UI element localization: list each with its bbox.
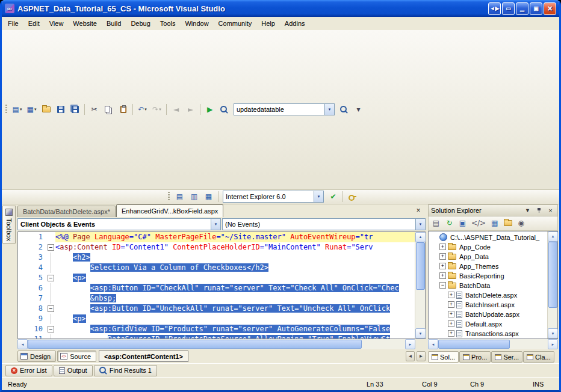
format-block-button[interactable]: ▤ (173, 190, 187, 203)
panel-tab-cla[interactable]: Cla... (523, 351, 554, 363)
tree-item[interactable]: +App_Themes (429, 262, 547, 271)
browse-with-button[interactable] (217, 103, 231, 116)
dock-toggle-button[interactable]: ◄▶ (488, 2, 501, 15)
chevron-down-icon[interactable]: ▼ (314, 191, 323, 202)
restore-button[interactable]: ▣ (530, 2, 542, 15)
tree-vertical-scrollbar[interactable]: ▲ ▼ (547, 231, 557, 339)
tree-item[interactable]: +BatchInsert.aspx (429, 300, 547, 310)
tree-item[interactable]: +App_Data (429, 252, 547, 262)
tree-item[interactable]: +BatchDelete.aspx (429, 290, 547, 300)
panel-tab-pro[interactable]: Pro... (459, 351, 491, 363)
menu-item-build[interactable]: Build (102, 17, 126, 29)
tree-hscrollbar-thumb[interactable] (438, 340, 510, 349)
add-new-item-button[interactable]: ▦▾ (25, 103, 39, 116)
view-code-button[interactable]: </> (470, 217, 488, 229)
editor-hscrollbar-thumb[interactable] (28, 340, 362, 349)
code-text[interactable]: <asp:Button ID="CheckAll" runat="server"… (55, 283, 415, 293)
start-debug-button[interactable]: ▶ (203, 103, 217, 116)
scroll-right-icon[interactable]: ► (405, 339, 415, 349)
tree-item[interactable]: +Transactions.aspx (429, 329, 547, 338)
fold-collapse-box[interactable]: − (48, 305, 54, 312)
scroll-left-icon[interactable]: ◄ (17, 339, 28, 349)
navigate-back-button[interactable]: ◄ (169, 103, 183, 116)
tag-navigator-right-icon[interactable]: ► (417, 351, 426, 361)
chevron-down-icon[interactable]: ▼ (324, 104, 334, 115)
dock-tab-output[interactable]: Output (54, 365, 93, 376)
scroll-right-icon[interactable]: ► (548, 339, 558, 349)
tree-expander-icon[interactable]: + (448, 301, 454, 308)
solution-tree[interactable]: C:\...\ASPNET_Data_Tutorial_+App_Code+Ap… (429, 231, 547, 339)
panel-tab-sol[interactable]: Sol... (428, 351, 459, 363)
fold-collapse-box[interactable]: − (48, 244, 54, 251)
properties-button[interactable]: ▤ (430, 217, 442, 229)
find-next-button[interactable] (337, 103, 351, 116)
code-text[interactable]: <asp:Button ID="UncheckAll" runat="serve… (55, 304, 415, 314)
code-text[interactable]: <h2> (55, 253, 415, 263)
close-button[interactable]: × (544, 2, 556, 15)
toolbar-gripper[interactable] (168, 192, 170, 201)
editor-horizontal-scrollbar[interactable]: ◄ ► (17, 339, 415, 349)
menu-item-edit[interactable]: Edit (23, 17, 45, 29)
object-dropdown[interactable]: Client Objects & Events ▼ (17, 218, 221, 230)
tree-vscrollbar-thumb[interactable] (548, 242, 557, 308)
event-dropdown[interactable]: (No Events) ▼ (222, 218, 426, 230)
auto-hide-pin-icon[interactable] (535, 206, 544, 215)
chevron-down-icon[interactable]: ▼ (211, 219, 220, 230)
tree-expander-icon[interactable]: − (439, 282, 446, 289)
menu-item-debug[interactable]: Debug (126, 17, 155, 29)
code-text[interactable]: Selection Via a Column of Checkboxes</h2… (55, 263, 415, 273)
editor-tab[interactable]: EnhancedGridV...kBoxField.aspx (116, 204, 223, 217)
title-bar[interactable]: ∞ ASPNET_Data_Tutorial_65_CS - Microsoft… (2, 0, 559, 17)
chevron-down-icon[interactable]: ▼ (415, 219, 425, 230)
tree-item[interactable]: +App_Code (429, 242, 547, 252)
menu-item-tools[interactable]: Tools (155, 17, 181, 29)
check-style-button[interactable]: ✔ (326, 190, 340, 203)
minimize-button[interactable]: ▁ (516, 2, 528, 15)
tree-expander-icon[interactable]: + (448, 320, 454, 327)
undo-button[interactable]: ↶▾ (135, 103, 149, 116)
float-window-button[interactable]: ▭ (502, 2, 515, 15)
window-position-menu-icon[interactable]: ▼ (523, 206, 532, 215)
tree-item[interactable]: +BatchUpdate.aspx (429, 310, 547, 319)
menu-item-website[interactable]: Website (68, 17, 102, 29)
paste-button[interactable] (116, 103, 130, 116)
panel-tab-ser[interactable]: Ser... (491, 351, 522, 363)
menu-item-window[interactable]: Window (180, 17, 213, 29)
menu-item-view[interactable]: View (45, 17, 69, 29)
tree-item[interactable]: +BinaryData (429, 338, 547, 339)
tree-expander-icon[interactable]: + (439, 263, 446, 269)
tree-item[interactable]: −BatchData (429, 281, 547, 290)
scroll-up-icon[interactable]: ▲ (415, 232, 426, 242)
menu-item-addins[interactable]: Addins (280, 17, 310, 29)
code-text[interactable]: DataSourceID="ProductsDataSource" AllowP… (55, 334, 415, 339)
scroll-down-icon[interactable]: ▼ (548, 328, 558, 338)
redo-button[interactable]: ↷▾ (150, 103, 164, 116)
tree-expander-icon[interactable]: + (448, 311, 454, 317)
copy-button[interactable] (102, 103, 116, 116)
tree-expander-icon[interactable]: + (439, 253, 446, 260)
refresh-button[interactable]: ↻ (443, 217, 456, 229)
editor-vscrollbar-thumb[interactable] (416, 242, 425, 290)
editor-vertical-scrollbar[interactable]: ▲ ▼ (415, 232, 425, 339)
new-project-button[interactable]: ▤▾ (10, 103, 24, 116)
toolbar-options-button[interactable]: ▾ (352, 103, 365, 116)
source-view-button[interactable]: Source (57, 351, 96, 362)
tree-item[interactable]: C:\...\ASPNET_Data_Tutorial_ (429, 233, 547, 242)
fold-collapse-box[interactable]: − (48, 326, 54, 332)
scroll-left-icon[interactable]: ◄ (428, 339, 438, 349)
find-combo[interactable]: updatedatatable▼ (234, 103, 335, 115)
copy-web-site-button[interactable] (501, 217, 514, 229)
cut-button[interactable]: ✂ (87, 103, 101, 116)
tree-expander-icon[interactable]: + (439, 243, 446, 250)
tree-expander-icon[interactable]: + (439, 272, 446, 279)
menu-item-community[interactable]: Community (214, 17, 257, 29)
scroll-down-icon[interactable]: ▼ (415, 328, 426, 338)
tree-item[interactable]: +BasicReporting (429, 271, 547, 281)
design-view-button[interactable]: Design (17, 351, 56, 362)
browser-target-combo[interactable]: Internet Explorer 6.0▼ (223, 191, 324, 203)
code-text[interactable]: <asp:Content ID="Content1" ContentPlaceH… (55, 242, 415, 253)
close-document-button[interactable]: × (414, 206, 423, 215)
aspnet-configuration-button[interactable]: ◉ (515, 217, 527, 229)
scroll-up-icon[interactable]: ▲ (548, 231, 558, 242)
open-file-button[interactable] (39, 103, 53, 116)
